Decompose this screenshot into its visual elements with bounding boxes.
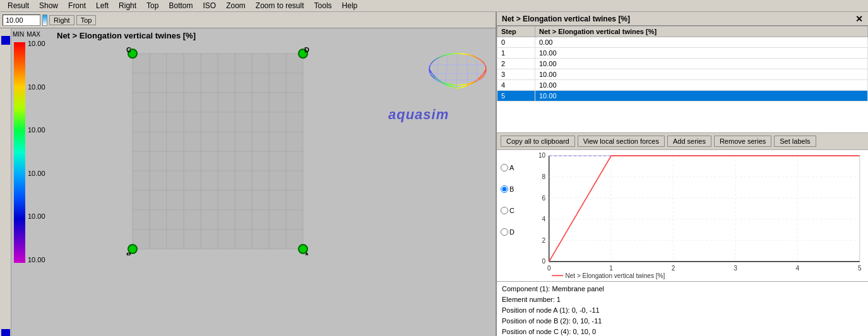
table-cell-value: 0.00 [535,37,868,48]
radio-d[interactable]: D [501,228,521,236]
scale-label-6: 10.00 [28,256,45,264]
svg-text:B: B [126,252,131,255]
scale-label-4: 10.00 [28,170,45,177]
scale-label-3: 10.00 [28,126,45,134]
svg-text:3: 3 [734,265,737,272]
menu-right[interactable]: Right [114,0,141,11]
table-cell-step: 0 [497,37,535,48]
right-panel-header: Net > Elongation vertical twines [%] ✕ [497,12,868,26]
table-cell-value: 10.00 [535,59,868,69]
chart-area: A B C D [497,150,868,281]
viewport-panel: 10.00 Right Top MIN MAX [0,12,496,336]
action-buttons: Copy all to clipboard View local section… [497,133,868,150]
menu-left[interactable]: Left [91,0,114,11]
close-icon[interactable]: ✕ [855,14,863,24]
max-label: MAX [27,31,40,38]
menu-top[interactable]: Top [141,0,163,11]
svg-rect-36 [549,156,860,262]
logo-area: aquasim [388,47,489,123]
svg-text:4: 4 [796,265,800,272]
left-slider[interactable] [0,28,11,336]
app-container: Result Show Front Left Right Top Bottom … [0,0,868,336]
table-cell-value: 10.00 [535,69,868,80]
info-component: Component (1): Membrane panel [502,284,863,294]
remove-series-button[interactable]: Remove series [714,136,771,147]
net-grid-svg: C D B A [126,47,309,255]
value-indicator: 10.00 [3,14,40,26]
add-series-button[interactable]: Add series [667,136,711,147]
radio-group: A B C D [498,151,521,280]
menu-help[interactable]: Help [337,0,363,11]
table-row[interactable]: 110.00 [497,48,868,59]
chart-svg: 10 8 6 4 2 0 0 1 2 3 4 5 [521,151,867,280]
radio-input-d[interactable] [501,228,508,236]
scale-label-2: 10.00 [28,83,45,91]
table-cell-value: 10.00 [535,48,868,59]
right-panel: Net > Elongation vertical twines [%] ✕ S… [496,12,868,336]
svg-line-30 [456,54,458,88]
radio-c[interactable]: C [501,207,521,214]
slider-thumb-bottom[interactable] [1,329,10,336]
chart-container: 10 8 6 4 2 0 0 1 2 3 4 5 [521,151,867,280]
svg-text:2: 2 [672,265,675,272]
table-row[interactable]: 00.00 [497,37,868,48]
table-row[interactable]: 410.00 [497,80,868,91]
table-row[interactable]: 510.00 [497,91,868,101]
radio-b[interactable]: B [501,185,521,193]
col-step: Step [497,26,535,37]
menu-show[interactable]: Show [34,0,63,11]
view-bar: 10.00 Right Top [0,12,496,28]
svg-line-29 [445,55,448,86]
svg-text:4: 4 [542,216,546,223]
table-cell-step: 1 [497,48,535,59]
menu-zoom-result[interactable]: Zoom to result [251,0,309,11]
svg-text:0: 0 [547,265,551,272]
radio-input-a[interactable] [501,164,508,171]
info-element: Element number: 1 [502,294,863,305]
info-node-b: Position of node B (2): 0, 10, -11 [502,316,863,327]
menu-result[interactable]: Result [3,0,34,11]
table-row[interactable]: 310.00 [497,69,868,80]
copy-clipboard-button[interactable]: Copy all to clipboard [501,136,575,147]
svg-text:2: 2 [542,237,546,244]
table-cell-step: 5 [497,91,535,101]
svg-text:8: 8 [542,173,546,180]
table-cell-step: 4 [497,80,535,91]
minmax-labels: MIN MAX [13,31,40,38]
menu-bottom[interactable]: Bottom [163,0,198,11]
view-btn-right[interactable]: Right [49,15,74,25]
svg-text:0: 0 [542,258,546,265]
menu-zoom[interactable]: Zoom [221,0,251,11]
radio-a[interactable]: A [501,164,521,171]
main-content: 10.00 Right Top MIN MAX [0,12,868,336]
set-labels-button[interactable]: Set labels [774,136,816,147]
table-cell-value: 10.00 [535,80,868,91]
slider-thumb-top[interactable] [1,36,10,45]
panel-title: Net > Elongation vertical twines [%] [57,31,196,40]
menu-bar: Result Show Front Left Right Top Bottom … [0,0,868,12]
scale-label-1: 10.00 [28,40,45,47]
svg-text:A: A [304,252,309,255]
svg-text:C: C [126,47,131,54]
scale-labels: 10.00 10.00 10.00 10.00 10.00 10.00 [28,40,45,264]
menu-front[interactable]: Front [63,0,91,11]
info-node-a: Position of node A (1): 0, -0, -11 [502,305,863,316]
color-scale-bar [14,42,25,263]
col-value: Net > Elongation vertical twines [%] [535,26,868,37]
svg-text:D: D [304,47,309,54]
svg-text:5: 5 [858,265,862,272]
table-cell-step: 2 [497,59,535,69]
color-slider[interactable] [42,14,47,26]
view-local-button[interactable]: View local section forces [578,136,665,147]
radio-input-b[interactable] [501,185,508,193]
svg-text:Net > Elongation vertical twin: Net > Elongation vertical twines [%] [565,272,665,279]
data-table[interactable]: Step Net > Elongation vertical twines [%… [497,26,868,133]
table-row[interactable]: 210.00 [497,59,868,69]
radio-input-c[interactable] [501,207,508,214]
logo-text: aquasim [388,107,449,123]
view-btn-top[interactable]: Top [76,15,97,25]
menu-iso[interactable]: ISO [198,0,221,11]
menu-tools[interactable]: Tools [309,0,337,11]
table-cell-value: 10.00 [535,91,868,101]
table-cell-step: 3 [497,69,535,80]
